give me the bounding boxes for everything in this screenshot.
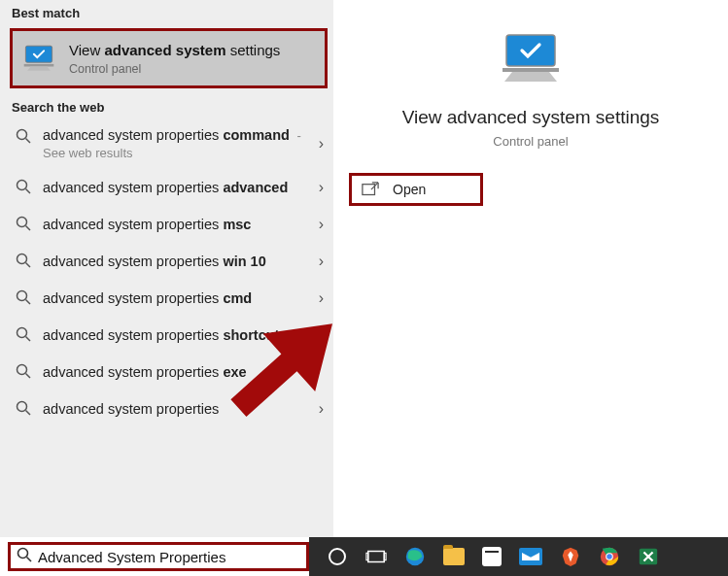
svg-line-14 [26, 337, 31, 342]
chevron-right-icon: › [312, 400, 324, 418]
best-match-text: View advanced system settings Control pa… [69, 41, 280, 76]
web-result-text: advanced system properties msc [43, 216, 312, 233]
web-result-text: advanced system properties exe [43, 363, 312, 381]
svg-line-4 [26, 138, 31, 143]
best-match-subtitle: Control panel [69, 62, 280, 76]
web-result-text: advanced system properties [43, 400, 312, 418]
svg-line-16 [26, 374, 31, 379]
chrome-icon[interactable] [599, 546, 620, 567]
web-result-text: advanced system properties command - See… [43, 126, 312, 162]
svg-line-10 [26, 263, 31, 268]
best-match-header: Best match [0, 0, 333, 24]
mail-icon[interactable] [519, 548, 542, 565]
svg-point-31 [607, 554, 612, 559]
web-result-item[interactable]: advanced system properties exe [0, 354, 333, 390]
web-result-text: advanced system properties win 10 [43, 253, 312, 270]
svg-point-7 [17, 218, 27, 227]
right-column: View advanced system settings Control pa… [333, 0, 728, 537]
svg-point-23 [18, 549, 28, 559]
chevron-right-icon: › [312, 216, 324, 233]
svg-rect-21 [503, 68, 559, 72]
result-subtitle: Control panel [493, 134, 568, 149]
svg-point-11 [17, 291, 27, 301]
monitor-check-icon [22, 44, 55, 73]
web-result-item[interactable]: advanced system properties› [0, 390, 333, 427]
web-results-list: advanced system properties command - See… [0, 119, 333, 438]
web-result-item[interactable]: advanced system properties msc› [0, 206, 333, 243]
svg-point-9 [17, 254, 27, 264]
web-result-text: advanced system properties advanced [43, 179, 312, 196]
svg-line-24 [27, 558, 32, 562]
search-icon [16, 253, 33, 272]
svg-point-3 [17, 129, 27, 139]
svg-line-8 [26, 226, 31, 231]
search-icon [16, 179, 33, 198]
web-result-item[interactable]: advanced system properties command - See… [0, 119, 333, 170]
search-icon [16, 400, 33, 420]
brave-icon[interactable] [560, 546, 581, 567]
search-icon [16, 363, 33, 383]
open-label: Open [393, 182, 426, 197]
file-explorer-icon[interactable] [443, 548, 465, 565]
best-match-title: View advanced system settings [69, 41, 280, 60]
search-icon [16, 128, 33, 148]
search-icon [16, 216, 33, 235]
left-column: Best match View advanced system settings… [0, 0, 333, 537]
svg-rect-27 [384, 553, 386, 559]
search-web-header: Search the web [0, 94, 333, 119]
svg-point-15 [17, 365, 27, 375]
web-result-text: advanced system properties shortcut [43, 326, 312, 344]
title-bold: advanced system [104, 42, 225, 58]
microsoft-store-icon[interactable] [482, 547, 502, 566]
open-icon [362, 182, 379, 197]
svg-rect-0 [25, 46, 52, 62]
title-pre: View [69, 42, 104, 58]
title-post: settings [226, 42, 281, 58]
svg-line-12 [26, 300, 31, 305]
chevron-right-icon: › [312, 179, 324, 196]
web-result-item[interactable]: advanced system properties shortcut [0, 317, 333, 354]
monitor-check-icon [497, 31, 565, 89]
edge-icon[interactable] [404, 546, 426, 567]
web-result-item[interactable]: advanced system properties cmd› [0, 280, 333, 317]
search-icon [16, 289, 33, 309]
cortana-icon[interactable] [327, 546, 348, 567]
chevron-right-icon: › [312, 135, 324, 152]
svg-rect-25 [368, 552, 385, 562]
start-search-panel: Best match View advanced system settings… [0, 0, 728, 537]
best-match-item[interactable]: View advanced system settings Control pa… [10, 28, 328, 88]
web-result-item[interactable]: advanced system properties win 10› [0, 243, 333, 280]
svg-point-13 [17, 328, 27, 338]
svg-rect-22 [363, 185, 375, 195]
svg-point-5 [17, 181, 27, 190]
svg-rect-26 [366, 553, 368, 559]
web-result-item[interactable]: advanced system properties advanced› [0, 169, 333, 206]
chevron-right-icon: › [312, 253, 324, 270]
result-title: View advanced system settings [402, 107, 660, 128]
chevron-right-icon: › [312, 289, 324, 307]
excel-icon[interactable] [638, 546, 659, 567]
taskbar-icons [309, 537, 728, 576]
search-icon [17, 547, 32, 566]
task-view-icon[interactable] [365, 546, 387, 567]
web-result-text: advanced system properties cmd [43, 289, 312, 307]
svg-rect-2 [24, 64, 54, 67]
taskbar [0, 537, 728, 576]
taskbar-search[interactable] [8, 542, 309, 571]
svg-point-17 [17, 402, 27, 412]
svg-rect-19 [506, 35, 555, 66]
search-icon [16, 326, 33, 346]
open-button[interactable]: Open [349, 173, 483, 206]
svg-line-18 [26, 411, 31, 416]
svg-line-6 [26, 189, 31, 194]
search-input[interactable] [38, 549, 300, 565]
